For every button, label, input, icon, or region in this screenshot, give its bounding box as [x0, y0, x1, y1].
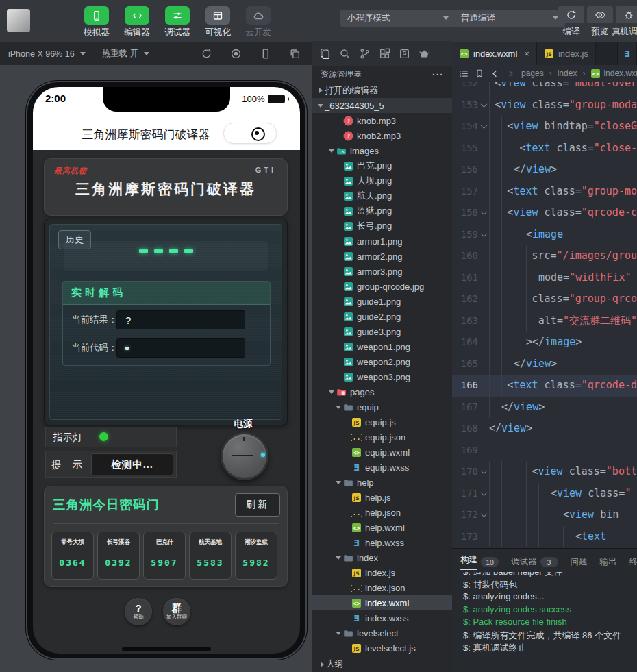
- record-icon[interactable]: [230, 48, 242, 60]
- code-line-152[interactable]: 152<view class="modal-over: [452, 82, 637, 95]
- device-frame-icon[interactable]: [260, 48, 271, 60]
- panel-tab-调试器[interactable]: 调试器3: [511, 556, 558, 568]
- breadcrumb-file[interactable]: <>index.wxml: [590, 69, 637, 79]
- code-line-159[interactable]: 159<image: [452, 224, 637, 246]
- tree-item-armor3.png[interactable]: armor3.png: [312, 264, 452, 279]
- tree-item-group-qrcode.jpg[interactable]: group-qrcode.jpg: [312, 279, 452, 294]
- join-group-button[interactable]: 群 加入群聊: [163, 598, 190, 625]
- code-line-168[interactable]: 168</view>: [452, 418, 637, 440]
- tree-item-levelselect.js[interactable]: JSlevelselect.js: [312, 640, 452, 656]
- tree-item-index.wxss[interactable]: Ǝindex.wxss: [312, 610, 452, 625]
- tree-item-knob2.mp3[interactable]: ♪knob2.mp3: [312, 128, 452, 143]
- tree-item-pages[interactable]: pages: [312, 384, 452, 399]
- code-line-169[interactable]: 169: [452, 440, 637, 462]
- fold-chevron-icon[interactable]: [478, 483, 489, 505]
- fold-chevron-icon[interactable]: [478, 461, 489, 483]
- tree-item-equip.json[interactable]: {..}equip.json: [312, 430, 452, 445]
- tree-item-armor2.png[interactable]: armor2.png: [312, 249, 452, 264]
- code-line-166[interactable]: 166<text class="qrcode-d: [452, 375, 637, 397]
- tree-item-help.wxss[interactable]: Ǝhelp.wxss: [312, 535, 452, 550]
- editor-tab-clipped[interactable]: Ǝ: [617, 42, 637, 65]
- nav-back-icon[interactable]: [490, 69, 500, 79]
- outline-section[interactable]: 大纲: [312, 656, 452, 672]
- store-icon[interactable]: [399, 48, 410, 60]
- fold-chevron-icon[interactable]: [478, 504, 489, 526]
- outline-list-icon[interactable]: [459, 69, 469, 79]
- bookmark-icon[interactable]: [475, 69, 484, 79]
- compile-mode-select[interactable]: 普通编译: [454, 10, 565, 27]
- breadcrumb[interactable]: pages›index›<>index.wxml: [452, 65, 637, 82]
- code-line-157[interactable]: 157<text class="group-mo: [452, 181, 637, 203]
- code-line-156[interactable]: 156</view>: [452, 159, 637, 181]
- tree-item-guide2.png[interactable]: guide2.png: [312, 309, 452, 324]
- search-icon[interactable]: [339, 48, 351, 60]
- capsule-close-icon[interactable]: [251, 127, 265, 141]
- code-line-165[interactable]: 165</view>: [452, 353, 637, 375]
- teapot-icon[interactable]: [419, 48, 430, 60]
- editor-tab-index.wxml[interactable]: <>index.wxml×: [452, 42, 537, 65]
- tree-item-equip[interactable]: equip: [312, 399, 452, 414]
- code-line-173[interactable]: 173<text: [452, 526, 637, 548]
- tree-item-images[interactable]: images: [312, 143, 452, 158]
- restart-icon[interactable]: [201, 48, 212, 60]
- nav-button-云开发[interactable]: 云开发: [242, 6, 274, 38]
- hot-reload-select[interactable]: 热重载 开: [94, 42, 158, 65]
- breadcrumb-item[interactable]: pages: [521, 69, 544, 78]
- tree-item-help[interactable]: help: [312, 475, 452, 490]
- git-branch-icon[interactable]: [359, 48, 371, 60]
- code-line-162[interactable]: 162class="group-qrco: [452, 288, 637, 310]
- tree-item-_632344305_5[interactable]: _632344305_5: [312, 98, 452, 113]
- tree-item-equip.wxml[interactable]: <>equip.wxml: [312, 445, 452, 460]
- code-line-161[interactable]: 161mode="widthFix": [452, 267, 637, 289]
- nav-button-编辑器[interactable]: 编辑器: [121, 6, 153, 38]
- fold-chevron-icon[interactable]: [478, 202, 489, 224]
- tree-item-航天.png[interactable]: 航天.png: [312, 188, 452, 203]
- action-button-真机调试[interactable]: 真机调试: [616, 6, 637, 38]
- more-actions-icon[interactable]: ···: [432, 69, 444, 80]
- nav-button-调试器[interactable]: 调试器: [162, 6, 193, 38]
- panel-tab-构建[interactable]: 构建10: [460, 554, 499, 570]
- code-editor[interactable]: 152<view class="modal-over153<view class…: [452, 82, 637, 548]
- code-line-163[interactable]: 163alt="交流群二维码": [452, 310, 637, 332]
- code-line-160[interactable]: 160src="/images/grou: [452, 245, 637, 267]
- tree-item-index.json[interactable]: {..}index.json: [312, 580, 452, 595]
- code-line-153[interactable]: 153<view class="group-moda: [452, 95, 637, 116]
- panel-tab-终端[interactable]: 终端: [629, 556, 637, 568]
- tree-item-巴克.png[interactable]: 巴克.png: [312, 158, 452, 173]
- code-line-167[interactable]: 167</view>: [452, 397, 637, 419]
- files-icon[interactable]: [319, 48, 331, 60]
- tree-item-knob.mp3[interactable]: ♪knob.mp3: [312, 113, 452, 128]
- refresh-button[interactable]: 刷新: [235, 493, 280, 517]
- capsule-button[interactable]: [223, 123, 277, 144]
- power-knob[interactable]: [221, 432, 268, 480]
- action-button-编译[interactable]: 编译: [558, 6, 584, 38]
- mode-select[interactable]: 小程序模式: [340, 10, 455, 27]
- tree-item-监狱.png[interactable]: 监狱.png: [312, 203, 452, 219]
- tree-item-index[interactable]: index: [312, 550, 452, 565]
- device-select[interactable]: iPhone X 96% 16: [0, 42, 94, 65]
- panel-tab-输出[interactable]: 输出: [600, 556, 617, 568]
- tree-item-长弓.png[interactable]: 长弓.png: [312, 219, 452, 234]
- fold-chevron-icon[interactable]: [478, 95, 489, 116]
- panel-tab-问题[interactable]: 问题: [571, 556, 588, 568]
- code-line-155[interactable]: 155<text class="close-: [452, 138, 637, 160]
- home-indicator[interactable]: [122, 647, 211, 651]
- tree-item-index.wxml[interactable]: <>index.wxml: [312, 595, 452, 610]
- tree-item-guide1.png[interactable]: guide1.png: [312, 294, 452, 309]
- breadcrumb-item[interactable]: index: [558, 69, 577, 78]
- code-line-170[interactable]: 170<view class="bott: [452, 461, 637, 483]
- tree-item-打开的编辑器[interactable]: 打开的编辑器: [312, 83, 452, 98]
- tree-item-weapon3.png[interactable]: weapon3.png: [312, 369, 452, 384]
- code-line-154[interactable]: 154<view bindtap="closeG: [452, 116, 637, 138]
- editor-tab-index.js[interactable]: JSindex.js: [537, 42, 596, 65]
- nav-button-模拟器[interactable]: 模拟器: [81, 6, 112, 38]
- code-line-164[interactable]: 164></image>: [452, 332, 637, 353]
- tree-item-大坝.png[interactable]: 大坝.png: [312, 173, 452, 188]
- action-button-预览[interactable]: 预览: [587, 6, 613, 38]
- tree-item-help.js[interactable]: JShelp.js: [312, 490, 452, 505]
- separate-window-icon[interactable]: [289, 48, 301, 60]
- extensions-icon[interactable]: [379, 48, 390, 60]
- tree-item-weapon1.png[interactable]: weapon1.png: [312, 339, 452, 354]
- code-line-158[interactable]: 158<view class="qrcode-c: [452, 202, 637, 224]
- nav-button-可视化[interactable]: 可视化: [202, 6, 234, 38]
